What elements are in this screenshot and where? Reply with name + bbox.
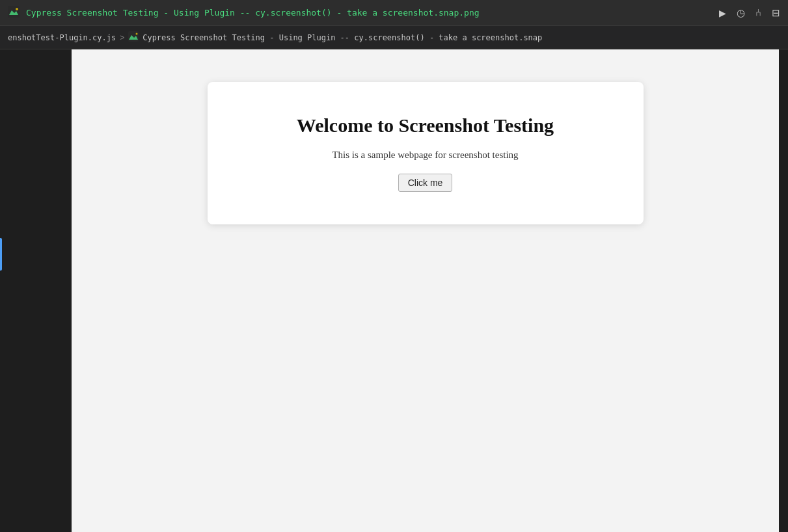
left-sidebar	[0, 49, 72, 532]
history-icon[interactable]: ◷	[737, 8, 745, 18]
right-sidebar	[779, 49, 788, 532]
breadcrumb-separator: >	[120, 33, 124, 42]
layout-icon[interactable]: ⊟	[772, 8, 780, 18]
title-bar: Cypress Screenshot Testing - Using Plugi…	[0, 0, 788, 26]
sidebar-accent	[0, 238, 2, 271]
main-area: Welcome to Screenshot Testing This is a …	[0, 49, 788, 532]
branch-icon[interactable]: ⑂	[755, 8, 761, 18]
svg-point-5	[136, 33, 138, 34]
preview-area: Welcome to Screenshot Testing This is a …	[72, 49, 779, 532]
breadcrumb-icon	[128, 31, 139, 44]
card-subtitle: This is a sample webpage for screenshot …	[332, 150, 518, 161]
title-bar-icon	[8, 6, 20, 20]
svg-rect-0	[8, 6, 20, 18]
click-me-button[interactable]: Click me	[398, 174, 453, 192]
title-bar-title: Cypress Screenshot Testing - Using Plugi…	[26, 8, 706, 18]
svg-point-2	[16, 8, 18, 10]
title-bar-actions: ▶ ◷ ⑂ ⊟	[719, 8, 780, 18]
breadcrumb-bar: enshotTest-Plugin.cy.js > Cypress Screen…	[0, 26, 788, 49]
breadcrumb-file[interactable]: enshotTest-Plugin.cy.js	[8, 33, 116, 42]
card-title: Welcome to Screenshot Testing	[297, 114, 554, 137]
svg-rect-3	[128, 31, 139, 42]
breadcrumb-full-title: Cypress Screenshot Testing - Using Plugi…	[143, 33, 542, 42]
run-icon[interactable]: ▶	[719, 8, 726, 18]
preview-card: Welcome to Screenshot Testing This is a …	[208, 82, 644, 224]
